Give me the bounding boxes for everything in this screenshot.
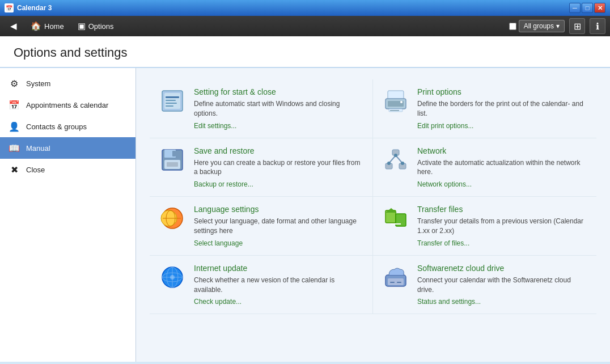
back-icon: ◀	[10, 21, 17, 31]
sidebar-item-close-label: Close	[26, 166, 45, 174]
svg-point-22	[394, 154, 397, 157]
close-window-button[interactable]: ✕	[594, 3, 605, 13]
transfer-icon	[382, 205, 409, 232]
back-button[interactable]: ◀	[5, 19, 23, 33]
language-title[interactable]: Language settings	[194, 205, 363, 214]
window-title: Calendar 3	[17, 4, 566, 12]
page-title-bar: Options and settings	[0, 36, 610, 68]
cloud-link[interactable]: Status and settings...	[417, 298, 587, 306]
start-close-desc: Define automatic start with Windows and …	[194, 99, 363, 118]
svg-rect-2	[166, 96, 179, 98]
sidebar-item-appointments-label: Appointments & calendar	[26, 101, 108, 109]
appointments-icon: 📅	[8, 99, 20, 111]
save-link[interactable]: Backup or restore...	[194, 180, 363, 188]
content-item-print: Print options Define the borders for the…	[373, 79, 596, 138]
toolbar: ◀ 🏠 Home ▣ Options All groups ▾ ⊞ ℹ	[0, 16, 610, 36]
share-icon: ⊞	[574, 21, 581, 32]
info-button[interactable]: ℹ	[590, 18, 605, 34]
transfer-title[interactable]: Transfer files	[417, 205, 587, 214]
content-item-cloud: Softwarenetz cloud drive Connect your ca…	[373, 256, 596, 315]
all-groups-label: All groups	[524, 22, 554, 30]
language-desc: Select your language, date format and ot…	[194, 217, 363, 236]
save-body: Save and restore Here you can create a b…	[194, 146, 363, 189]
update-body: Internet update Check whether a new vesi…	[194, 264, 363, 306]
svg-point-24	[401, 162, 404, 165]
all-groups-wrapper: All groups ▾	[509, 20, 565, 32]
print-icon	[382, 87, 409, 115]
start-close-body: Setting for start & close Define automat…	[194, 87, 363, 130]
update-desc: Check whether a new vesion of the calend…	[194, 276, 363, 295]
contacts-icon: 👤	[8, 120, 20, 133]
cloud-desc: Connect your calendar with the Softwaren…	[417, 276, 587, 295]
language-body: Language settings Select your language, …	[194, 205, 363, 247]
update-icon	[159, 264, 186, 291]
print-body: Print options Define the borders for the…	[417, 87, 587, 130]
language-link[interactable]: Select language	[194, 239, 363, 247]
content-item-network: Network Activate the automatic actualiza…	[373, 138, 596, 197]
svg-rect-11	[390, 110, 399, 111]
manual-icon: 📖	[8, 142, 20, 154]
info-icon: ℹ	[596, 21, 599, 32]
update-link[interactable]: Check update...	[194, 298, 363, 306]
system-icon: ⚙	[8, 77, 20, 90]
content-item-transfer: Transfer files Transfer your details fro…	[373, 197, 596, 256]
sidebar-item-appointments[interactable]: 📅 Appointments & calendar	[0, 94, 135, 116]
home-button[interactable]: 🏠 Home	[25, 19, 70, 33]
page-title: Options and settings	[14, 45, 596, 60]
update-title[interactable]: Internet update	[194, 264, 363, 273]
network-title[interactable]: Network	[417, 146, 587, 155]
options-icon: ▣	[78, 21, 86, 31]
content-area: Setting for start & close Define automat…	[136, 68, 610, 362]
content-item-start-close: Setting for start & close Define automat…	[150, 79, 373, 138]
transfer-desc: Transfer your details from a previous ve…	[417, 217, 587, 236]
cloud-title[interactable]: Softwarenetz cloud drive	[417, 264, 587, 273]
transfer-body: Transfer files Transfer your details fro…	[417, 205, 587, 247]
svg-point-9	[400, 101, 403, 103]
svg-rect-41	[390, 282, 395, 283]
network-desc: Activate the automatic actualization wit…	[417, 158, 587, 177]
transfer-link[interactable]: Transfer of files...	[417, 239, 587, 247]
print-desc: Define the borders for the print out of …	[417, 99, 587, 118]
language-icon	[159, 205, 186, 232]
svg-rect-3	[166, 100, 176, 101]
cloud-body: Softwarenetz cloud drive Connect your ca…	[417, 264, 587, 306]
svg-rect-40	[388, 278, 404, 285]
options-button[interactable]: ▣ Options	[72, 19, 120, 33]
start-close-link[interactable]: Edit settings...	[194, 122, 363, 130]
all-groups-checkbox[interactable]	[509, 23, 516, 30]
save-icon	[159, 146, 186, 173]
chevron-down-icon: ▾	[556, 22, 560, 30]
sidebar-item-contacts[interactable]: 👤 Contacts & groups	[0, 116, 135, 137]
sidebar-item-system-label: System	[26, 79, 50, 88]
content-item-save: Save and restore Here you can create a b…	[150, 138, 373, 197]
sidebar-item-close[interactable]: ✖ Close	[0, 159, 135, 180]
network-body: Network Activate the automatic actualiza…	[417, 146, 587, 189]
network-link[interactable]: Network options...	[417, 180, 587, 188]
svg-rect-5	[166, 105, 173, 107]
app-icon: 📅	[5, 3, 14, 12]
main-layout: ⚙ System 📅 Appointments & calendar 👤 Con…	[0, 68, 610, 362]
print-title[interactable]: Print options	[417, 87, 587, 96]
toolbar-right: All groups ▾ ⊞ ℹ	[509, 18, 605, 34]
sidebar-item-system[interactable]: ⚙ System	[0, 73, 135, 94]
home-icon: 🏠	[31, 21, 41, 31]
all-groups-button[interactable]: All groups ▾	[519, 20, 565, 32]
window-controls: ─ □ ✕	[569, 3, 605, 13]
svg-point-23	[387, 162, 391, 165]
share-button[interactable]: ⊞	[569, 18, 585, 34]
minimize-button[interactable]: ─	[569, 3, 581, 13]
sidebar-item-manual[interactable]: 📖 Manual	[0, 137, 135, 159]
close-icon: ✖	[8, 163, 20, 176]
svg-rect-42	[397, 282, 401, 283]
print-link[interactable]: Edit print options...	[417, 122, 587, 130]
network-icon	[382, 146, 409, 173]
save-desc: Here you can create a backup or restore …	[194, 158, 363, 177]
save-title[interactable]: Save and restore	[194, 146, 363, 155]
svg-rect-16	[167, 162, 178, 167]
start-close-title[interactable]: Setting for start & close	[194, 87, 363, 96]
options-label: Options	[88, 22, 114, 31]
svg-point-38	[170, 275, 175, 280]
svg-rect-14	[172, 151, 176, 156]
title-bar: 📅 Calendar 3 ─ □ ✕	[0, 0, 610, 16]
maximize-button[interactable]: □	[582, 3, 593, 13]
